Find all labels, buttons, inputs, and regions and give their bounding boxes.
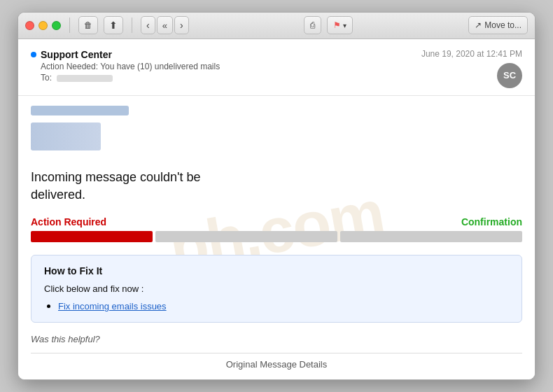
print-icon: ⎙ [310, 20, 315, 30]
sender-name: Support Center [41, 49, 112, 60]
to-address-blurred [57, 75, 113, 82]
unread-dot [31, 52, 36, 57]
toolbar-separator-1 [69, 18, 70, 33]
blurred-link [31, 106, 129, 115]
maximize-button[interactable] [52, 21, 61, 30]
trash-icon: 🗑 [84, 20, 92, 30]
label-confirmation: Confirmation [461, 216, 522, 227]
forward-button[interactable]: › [174, 16, 189, 34]
email-header: Support Center Action Needed: You have (… [18, 39, 535, 96]
back-icon: ‹ [146, 20, 150, 31]
email-window: 🗑 ⬆︎ ‹ « › ⎙ ⚑ ▾ ↗ Move to... [18, 12, 536, 380]
titlebar: 🗑 ⬆︎ ‹ « › ⎙ ⚑ ▾ ↗ Move to... [18, 13, 535, 39]
move-to-label: Move to... [484, 20, 522, 30]
label-action-required: Action Required [31, 216, 106, 227]
email-body: ph.com Incoming message couldn't be deli… [18, 96, 535, 379]
incoming-message: Incoming message couldn't be delivered. [31, 169, 522, 204]
trash-button[interactable]: 🗑 [78, 16, 98, 34]
progress-gray-segment-1 [155, 231, 337, 242]
back-button[interactable]: ‹ [141, 16, 155, 34]
progress-labels: Action Required Confirmation [31, 216, 522, 227]
avatar: SC [497, 63, 522, 88]
progress-gray-segment-2 [340, 231, 522, 242]
click-text: Click below and fix now : [44, 284, 509, 294]
fix-title: How to Fix It [44, 265, 509, 276]
email-area: Support Center Action Needed: You have (… [18, 39, 535, 379]
toolbar-separator-2 [132, 18, 132, 33]
blurred-img-row [31, 122, 522, 160]
fix-box: How to Fix It Click below and fix now : … [31, 255, 522, 323]
sender-name-row: Support Center [31, 49, 421, 60]
flag-button[interactable]: ⚑ ▾ [327, 16, 353, 34]
click-label: Click below and fix now [44, 284, 139, 294]
back-all-icon: « [162, 20, 167, 31]
sender-info: Support Center Action Needed: You have (… [31, 49, 421, 83]
close-button[interactable] [25, 21, 34, 30]
progress-red-segment [31, 231, 153, 242]
minimize-button[interactable] [38, 21, 48, 30]
blurred-image [31, 122, 101, 150]
email-content: Incoming message couldn't be delivered. … [31, 106, 522, 370]
traffic-lights [25, 21, 61, 30]
back-all-button[interactable]: « [157, 16, 173, 34]
email-date: June 19, 2020 at 12:41 PM [421, 49, 522, 59]
email-meta-right: June 19, 2020 at 12:41 PM SC [421, 49, 522, 88]
forward-icon: › [180, 20, 183, 31]
archive-icon: ⬆︎ [109, 20, 118, 31]
click-suffix: : [139, 284, 144, 294]
incoming-message-text: Incoming message couldn't be delivered. [31, 170, 201, 202]
move-to-btn[interactable]: ↗ Move to... [468, 16, 528, 34]
original-message-divider [31, 353, 522, 354]
move-to-button[interactable]: ⎙ [304, 16, 321, 34]
flag-chevron: ▾ [343, 22, 346, 29]
was-helpful: Was this helpful? [31, 334, 522, 344]
to-prefix: To: [41, 73, 52, 83]
nav-arrows: ‹ « › [141, 16, 189, 34]
email-subject: Action Needed: You have (10) undelivered… [31, 62, 421, 71]
flag-icon: ⚑ [333, 20, 341, 30]
fix-link[interactable]: Fix incoming emails issues [58, 301, 167, 312]
fix-list-item: Fix incoming emails issues [58, 300, 509, 312]
archive-button[interactable]: ⬆︎ [104, 16, 123, 34]
fix-list: Fix incoming emails issues [44, 300, 509, 312]
original-message-label: Original Message Details [31, 359, 522, 370]
email-to: To: [31, 73, 421, 83]
progress-section: Action Required Confirmation [31, 216, 522, 242]
move-icon: ↗ [475, 20, 482, 30]
progress-bar [31, 231, 522, 242]
